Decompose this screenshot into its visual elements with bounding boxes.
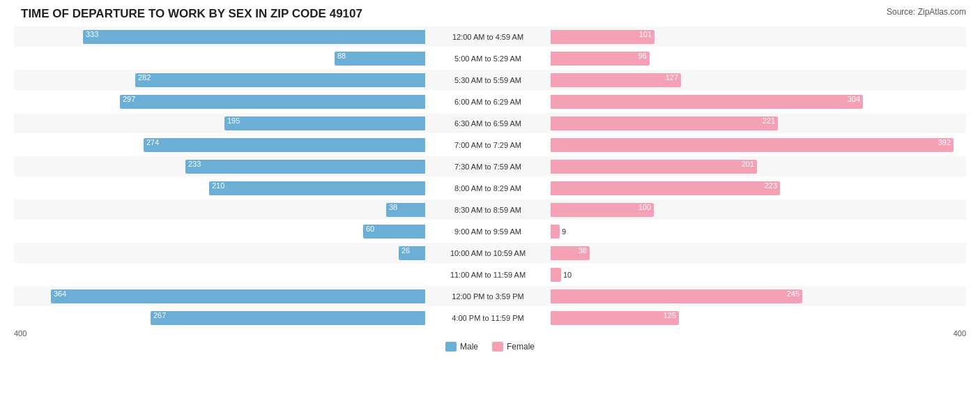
male-inner-value: 26 — [401, 246, 410, 255]
female-inner-value: 101 — [639, 30, 652, 38]
female-bar: 38 — [551, 246, 590, 260]
time-label: 7:30 AM to 7:59 AM — [425, 163, 551, 171]
bar-row: 2825:30 AM to 5:59 AM127 — [14, 70, 966, 90]
male-inner-value: 233 — [188, 160, 201, 168]
male-bar: 333 — [83, 30, 425, 44]
male-bar: 282 — [135, 73, 425, 87]
female-inner-value: 223 — [765, 181, 777, 190]
female-bar: 100 — [551, 203, 654, 217]
female-inner-value: 245 — [787, 289, 799, 298]
male-inner-value: 88 — [337, 52, 346, 60]
time-label: 12:00 AM to 4:59 AM — [425, 33, 551, 41]
axis-labels: 400 400 — [14, 329, 966, 338]
time-label: 8:30 AM to 8:59 AM — [425, 206, 551, 214]
male-bar: 364 — [51, 289, 425, 303]
female-outer-value: 9 — [562, 227, 566, 236]
female-bar: 101 — [551, 30, 654, 44]
female-bar: 304 — [551, 95, 863, 109]
bar-row: 33312:00 AM to 4:59 AM101 — [14, 27, 966, 47]
male-bar: 38 — [386, 203, 425, 217]
time-label: 12:00 PM to 3:59 PM — [425, 292, 551, 301]
male-inner-value: 60 — [366, 225, 374, 233]
male-inner-value: 210 — [212, 181, 224, 190]
female-bar: 223 — [551, 181, 780, 195]
legend-female: Female — [492, 342, 535, 352]
axis-right-label: 400 — [954, 329, 966, 338]
time-label: 9:00 AM to 9:59 AM — [425, 227, 551, 236]
male-inner-value: 274 — [146, 138, 159, 146]
time-label: 5:30 AM to 5:59 AM — [425, 76, 551, 84]
bar-row: 2674:00 PM to 11:59 PM125 — [14, 308, 966, 328]
bar-row: 388:30 AM to 8:59 AM100 — [14, 199, 966, 220]
legend-female-box — [492, 342, 503, 352]
chart-container: TIME OF DEPARTURE TO WORK BY SEX IN ZIP … — [0, 0, 980, 415]
male-bar: 267 — [151, 311, 425, 325]
female-inner-value: 96 — [638, 52, 647, 60]
female-bar: 392 — [551, 138, 954, 152]
rows-container: 33312:00 AM to 4:59 AM101885:00 AM to 5:… — [14, 27, 966, 328]
legend-female-label: Female — [507, 342, 535, 352]
male-inner-value: 282 — [138, 73, 151, 82]
male-inner-value: 38 — [389, 203, 397, 211]
female-inner-value: 392 — [938, 138, 951, 146]
male-inner-value: 333 — [86, 30, 98, 38]
time-label: 8:00 AM to 8:29 AM — [425, 184, 551, 193]
bar-row: 609:00 AM to 9:59 AM9 — [14, 221, 966, 241]
bar-row: 2976:00 AM to 6:29 AM304 — [14, 91, 966, 112]
male-inner-value: 364 — [54, 289, 66, 298]
female-bar — [551, 225, 560, 239]
bar-row: 36412:00 PM to 3:59 PM245 — [14, 286, 966, 306]
female-bar: 221 — [551, 116, 778, 130]
female-inner-value: 201 — [742, 160, 754, 168]
female-bar: 127 — [551, 73, 681, 87]
legend-male-box — [445, 342, 457, 352]
female-inner-value: 304 — [848, 95, 860, 103]
male-bar: 88 — [335, 52, 425, 66]
male-bar: 195 — [224, 116, 425, 130]
time-label: 10:00 AM to 10:59 AM — [425, 249, 551, 257]
time-label: 6:30 AM to 6:59 AM — [425, 119, 551, 128]
time-label: 7:00 AM to 7:29 AM — [425, 141, 551, 149]
male-inner-value: 267 — [153, 311, 166, 319]
time-label: 5:00 AM to 5:29 AM — [425, 54, 551, 63]
male-bar: 297 — [120, 95, 425, 109]
chart-source: Source: ZipAtlas.com — [887, 7, 966, 17]
male-bar: 26 — [399, 246, 425, 260]
female-outer-value: 10 — [563, 271, 572, 279]
chart-title: TIME OF DEPARTURE TO WORK BY SEX IN ZIP … — [14, 7, 966, 21]
time-label: 11:00 AM to 11:59 AM — [425, 271, 551, 279]
male-inner-value: 195 — [227, 116, 240, 125]
female-bar: 201 — [551, 160, 757, 174]
bar-row: 885:00 AM to 5:29 AM96 — [14, 48, 966, 68]
time-label: 6:00 AM to 6:29 AM — [425, 98, 551, 106]
legend-male: Male — [445, 342, 478, 352]
bar-row: 11:00 AM to 11:59 AM10 — [14, 264, 966, 285]
bar-row: 2610:00 AM to 10:59 AM38 — [14, 243, 966, 263]
male-bar: 274 — [144, 138, 425, 152]
bar-row: 2108:00 AM to 8:29 AM223 — [14, 178, 966, 198]
chart-area: 33312:00 AM to 4:59 AM101885:00 AM to 5:… — [14, 27, 966, 368]
female-inner-value: 38 — [579, 246, 587, 255]
male-bar: 60 — [363, 225, 425, 239]
female-bar: 96 — [551, 52, 650, 66]
axis-left-label: 400 — [14, 329, 26, 338]
female-bar: 125 — [551, 311, 679, 325]
bar-row: 2337:30 AM to 7:59 AM201 — [14, 156, 966, 176]
male-bar: 233 — [185, 160, 425, 174]
legend-male-label: Male — [460, 342, 478, 352]
female-inner-value: 100 — [638, 203, 651, 211]
female-inner-value: 127 — [666, 73, 678, 82]
female-bar: 245 — [551, 289, 802, 303]
male-bar: 210 — [209, 181, 425, 195]
bar-row: 2747:00 AM to 7:29 AM392 — [14, 135, 966, 155]
female-inner-value: 221 — [763, 116, 775, 125]
female-inner-value: 125 — [664, 311, 676, 319]
bar-row: 1956:30 AM to 6:59 AM221 — [14, 113, 966, 133]
legend: Male Female — [14, 342, 966, 352]
female-bar — [551, 268, 561, 282]
male-inner-value: 297 — [123, 95, 135, 103]
time-label: 4:00 PM to 11:59 PM — [425, 314, 551, 322]
